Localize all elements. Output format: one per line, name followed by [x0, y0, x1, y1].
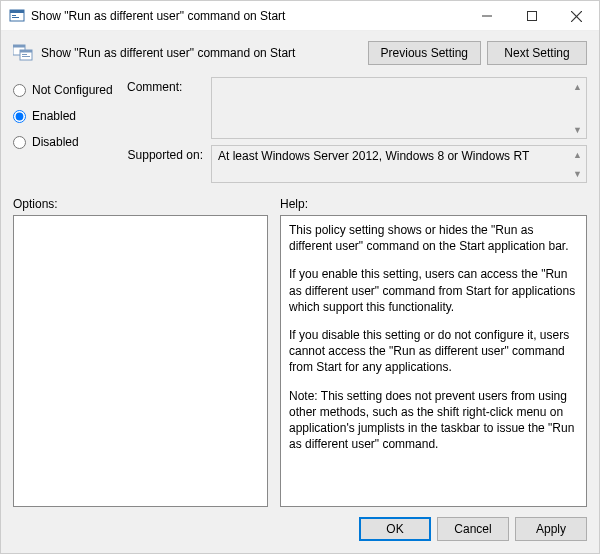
radio-enabled-input[interactable] [13, 110, 26, 123]
dialog-content: Show "Run as different user" command on … [1, 31, 599, 553]
cancel-button[interactable]: Cancel [437, 517, 509, 541]
svg-rect-1 [10, 10, 24, 13]
next-setting-button[interactable]: Next Setting [487, 41, 587, 65]
scroll-up-icon[interactable]: ▲ [570, 147, 585, 162]
svg-rect-11 [20, 50, 32, 53]
window-controls [464, 1, 599, 30]
scroll-down-icon[interactable]: ▼ [570, 166, 585, 181]
help-label: Help: [280, 197, 308, 211]
close-button[interactable] [554, 1, 599, 31]
help-paragraph: This policy setting shows or hides the "… [289, 222, 578, 254]
scroll-down-icon[interactable]: ▼ [570, 122, 585, 137]
help-paragraph: If you disable this setting or do not co… [289, 327, 578, 376]
header-row: Show "Run as different user" command on … [1, 31, 599, 71]
dialog-footer: OK Cancel Apply [1, 507, 599, 553]
comment-field[interactable]: ▲ ▼ [211, 77, 587, 139]
previous-setting-button[interactable]: Previous Setting [368, 41, 481, 65]
svg-rect-13 [22, 56, 30, 57]
state-radio-group: Not Configured Enabled Disabled [13, 77, 123, 183]
apply-button[interactable]: Apply [515, 517, 587, 541]
policy-icon [13, 44, 33, 62]
radio-disabled-input[interactable] [13, 136, 26, 149]
radio-enabled[interactable]: Enabled [13, 109, 123, 123]
radio-disabled-label: Disabled [32, 135, 79, 149]
policy-title: Show "Run as different user" command on … [41, 46, 368, 60]
help-paragraph: If you enable this setting, users can ac… [289, 266, 578, 315]
options-panel [13, 215, 268, 507]
svg-rect-2 [12, 15, 16, 16]
maximize-button[interactable] [509, 1, 554, 31]
title-bar: Show "Run as different user" command on … [1, 1, 599, 31]
svg-rect-9 [13, 45, 25, 48]
svg-rect-12 [22, 54, 27, 55]
options-label: Options: [13, 197, 268, 211]
radio-disabled[interactable]: Disabled [13, 135, 123, 149]
radio-not-configured[interactable]: Not Configured [13, 83, 123, 97]
ok-button[interactable]: OK [359, 517, 431, 541]
minimize-button[interactable] [464, 1, 509, 31]
svg-rect-5 [527, 12, 536, 21]
supported-on-text: At least Windows Server 2012, Windows 8 … [218, 149, 529, 163]
svg-rect-3 [12, 17, 19, 18]
supported-on-field: At least Windows Server 2012, Windows 8 … [211, 145, 587, 183]
supported-on-label: Supported on: [127, 139, 207, 183]
help-paragraph: Note: This setting does not prevent user… [289, 388, 578, 453]
window-title: Show "Run as different user" command on … [31, 9, 464, 23]
radio-not-configured-input[interactable] [13, 84, 26, 97]
help-panel: This policy setting shows or hides the "… [280, 215, 587, 507]
app-icon [9, 8, 25, 24]
radio-enabled-label: Enabled [32, 109, 76, 123]
comment-label: Comment: [127, 77, 207, 139]
scroll-up-icon[interactable]: ▲ [570, 79, 585, 94]
radio-not-configured-label: Not Configured [32, 83, 113, 97]
